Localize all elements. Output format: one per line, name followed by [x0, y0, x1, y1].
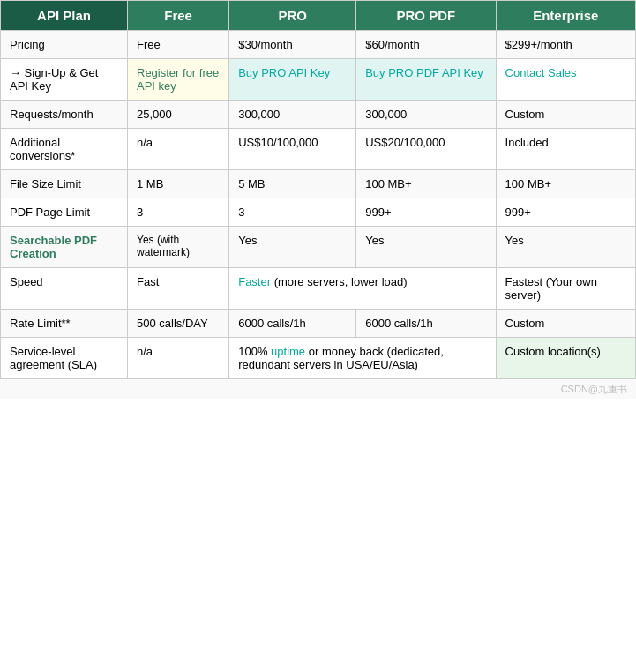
free-ratelimit: 500 calls/DAY: [128, 310, 229, 338]
row-searchable: Searchable PDF Creation Yes (with waterm…: [1, 227, 636, 268]
header-pro-pdf: PRO PDF: [356, 1, 496, 31]
enterprise-conversions: Included: [496, 129, 635, 170]
propdf-conversions: US$20/100,000: [356, 129, 496, 170]
enterprise-searchable: Yes: [496, 227, 635, 268]
searchable-link[interactable]: Searchable PDF Creation: [10, 234, 97, 260]
enterprise-ratelimit: Custom: [496, 310, 635, 338]
free-filesize: 1 MB: [128, 170, 229, 198]
propdf-filesize: 100 MB+: [356, 170, 496, 198]
enterprise-sla: Custom location(s): [496, 338, 635, 379]
feature-signup: → Sign-Up & Get API Key: [1, 59, 128, 101]
header-api-plan: API Plan: [1, 1, 128, 31]
row-pagelimit: PDF Page Limit 3 3 999+ 999+: [1, 198, 636, 227]
free-pagelimit: 3: [128, 198, 229, 227]
feature-pricing: Pricing: [1, 31, 128, 59]
pro-pricing: $30/month: [229, 31, 356, 59]
row-filesize: File Size Limit 1 MB 5 MB 100 MB+ 100 MB…: [1, 170, 636, 198]
faster-link[interactable]: Faster: [238, 275, 271, 288]
header-pro: PRO: [229, 1, 356, 31]
free-signup[interactable]: Register for free API key: [128, 59, 229, 101]
pro-ratelimit: 6000 calls/1h: [229, 310, 356, 338]
propdf-ratelimit: 6000 calls/1h: [356, 310, 496, 338]
propdf-requests: 300,000: [356, 101, 496, 129]
buy-propdf-link[interactable]: Buy PRO PDF API Key: [365, 66, 483, 79]
header-enterprise: Enterprise: [496, 1, 635, 31]
feature-speed: Speed: [1, 268, 128, 310]
feature-pagelimit: PDF Page Limit: [1, 198, 128, 227]
enterprise-filesize: 100 MB+: [496, 170, 635, 198]
header-free: Free: [128, 1, 229, 31]
register-link[interactable]: Register for free API key: [137, 66, 219, 93]
pro-speed: Faster (more servers, lower load): [229, 268, 496, 310]
row-speed: Speed Fast Faster (more servers, lower l…: [1, 268, 636, 310]
propdf-signup[interactable]: Buy PRO PDF API Key: [356, 59, 496, 101]
uptime-link[interactable]: uptime: [271, 345, 305, 358]
feature-requests: Requests/month: [1, 101, 128, 129]
pro-signup[interactable]: Buy PRO API Key: [229, 59, 356, 101]
enterprise-signup[interactable]: Contact Sales: [496, 59, 635, 101]
propdf-searchable: Yes: [356, 227, 496, 268]
free-searchable: Yes (with watermark): [128, 227, 229, 268]
free-conversions: n/a: [128, 129, 229, 170]
watermark: CSDN@九重书: [0, 379, 636, 399]
feature-searchable[interactable]: Searchable PDF Creation: [1, 227, 128, 268]
pro-pagelimit: 3: [229, 198, 356, 227]
feature-conversions: Additional conversions*: [1, 129, 128, 170]
row-requests: Requests/month 25,000 300,000 300,000 Cu…: [1, 101, 636, 129]
enterprise-pagelimit: 999+: [496, 198, 635, 227]
row-ratelimit: Rate Limit** 500 calls/DAY 6000 calls/1h…: [1, 310, 636, 338]
free-requests: 25,000: [128, 101, 229, 129]
contact-sales-link[interactable]: Contact Sales: [505, 66, 577, 79]
propdf-pagelimit: 999+: [356, 198, 496, 227]
pro-requests: 300,000: [229, 101, 356, 129]
row-pricing: Pricing Free $30/month $60/month $299+/m…: [1, 31, 636, 59]
feature-filesize: File Size Limit: [1, 170, 128, 198]
buy-pro-link[interactable]: Buy PRO API Key: [238, 66, 330, 79]
feature-ratelimit: Rate Limit**: [1, 310, 128, 338]
free-speed: Fast: [128, 268, 229, 310]
row-signup: → Sign-Up & Get API Key Register for fre…: [1, 59, 636, 101]
propdf-pricing: $60/month: [356, 31, 496, 59]
row-conversions: Additional conversions* n/a US$10/100,00…: [1, 129, 636, 170]
free-sla: n/a: [128, 338, 229, 379]
row-sla: Service-level agreement (SLA) n/a 100% u…: [1, 338, 636, 379]
enterprise-requests: Custom: [496, 101, 635, 129]
enterprise-pricing: $299+/month: [496, 31, 635, 59]
feature-sla: Service-level agreement (SLA): [1, 338, 128, 379]
pro-conversions: US$10/100,000: [229, 129, 356, 170]
pro-searchable: Yes: [229, 227, 356, 268]
free-pricing: Free: [128, 31, 229, 59]
pro-sla: 100% uptime or money back (dedicated, re…: [229, 338, 496, 379]
pro-filesize: 5 MB: [229, 170, 356, 198]
enterprise-speed: Fastest (Your own server): [496, 268, 635, 310]
